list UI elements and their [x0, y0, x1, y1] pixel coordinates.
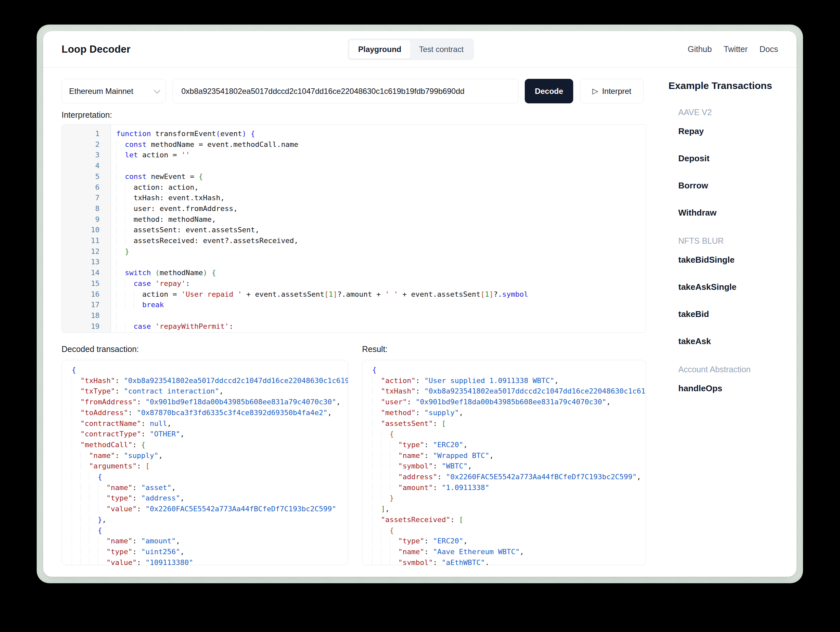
app-title: Loop Decoder	[62, 44, 131, 55]
sidebar-item-withdraw[interactable]: Withdraw	[678, 208, 793, 218]
line-number: 6	[62, 182, 111, 193]
code-line: "assetsReceived": [	[372, 515, 646, 525]
code-line: "methodCall": {	[72, 440, 348, 451]
mode-toggle: PlaygroundTest contract	[347, 39, 474, 60]
code-line: ],	[372, 504, 646, 515]
code-line: "method": "supply",	[372, 408, 646, 418]
code-line: assetsSent: event.assetsSent,	[116, 225, 646, 235]
line-number: 11	[62, 235, 111, 246]
code-line: switch (methodName) {	[116, 268, 646, 278]
code-line: },	[72, 515, 348, 525]
code-line: "action": "User supplied 1.0911338 WBTC"…	[372, 375, 646, 386]
page-background-frame: Loop Decoder PlaygroundTest contract Git…	[37, 25, 803, 583]
code-line: user: event.fromAddress,	[116, 203, 646, 214]
code-line: "assetsSent": [	[372, 418, 646, 429]
sidebar-group-label: Account Abstraction	[678, 365, 793, 374]
code-line: "type": "ERC20",	[372, 440, 646, 451]
code-line: break	[116, 299, 646, 310]
play-icon: ▷	[592, 87, 598, 96]
code-line: "amount": "1.0911338"	[372, 482, 646, 493]
code-line: case 'repay':	[116, 278, 646, 289]
line-number: 10	[62, 225, 111, 235]
header-link-github[interactable]: Github	[688, 44, 712, 54]
transaction-hash-input[interactable]	[172, 79, 518, 103]
code-line: "contractType": "OTHER",	[72, 429, 348, 440]
code-line: {	[72, 365, 348, 375]
code-line	[116, 257, 646, 268]
line-number: 2	[62, 139, 111, 150]
code-line: "toAddress": "0x87870bca3f3fd6335c3f4ce8…	[72, 408, 348, 418]
line-number: 20	[62, 332, 111, 333]
interpretation-label: Interpretation:	[62, 110, 112, 120]
sidebar-item-takebidsingle[interactable]: takeBidSingle	[678, 255, 793, 265]
code-line: action = 'User repaid with permit ' + ev…	[116, 332, 646, 333]
editor-code: function transformEvent(event) { const m…	[111, 125, 646, 333]
code-line: "txType": "contract interaction",	[72, 386, 348, 397]
code-line: "type": "address",	[72, 493, 348, 504]
code-line: "name": "supply",	[72, 451, 348, 461]
chevron-down-icon	[154, 87, 160, 93]
decoded-transaction-panel[interactable]: { "txHash": "0xb8a923541802ea5017ddccd2c…	[62, 360, 348, 565]
line-number: 5	[62, 172, 111, 182]
header-links: GithubTwitterDocs	[688, 44, 778, 54]
line-number: 13	[62, 257, 111, 268]
tab-playground[interactable]: Playground	[349, 40, 410, 58]
code-line: "user": "0x901bd9ef18da00b43985b608ee831…	[372, 397, 646, 408]
network-select[interactable]: Ethereum Mainnet	[62, 79, 166, 103]
result-label: Result:	[362, 344, 388, 354]
line-number: 4	[62, 161, 111, 172]
interpretation-code-editor[interactable]: 1234567891011121314151617181920 function…	[62, 124, 646, 333]
decoded-transaction-label: Decoded transaction:	[62, 344, 139, 354]
line-number: 7	[62, 193, 111, 203]
sidebar-item-takeasksingle[interactable]: takeAskSingle	[678, 282, 793, 292]
tab-test-contract[interactable]: Test contract	[410, 40, 472, 58]
line-number: 1	[62, 129, 111, 139]
code-line: let action = ''	[116, 150, 646, 161]
code-line: "symbol": "WBTC",	[372, 461, 646, 472]
code-line: case 'repayWithPermit':	[116, 321, 646, 332]
code-line: "name": "amount",	[72, 536, 348, 547]
line-number: 12	[62, 246, 111, 257]
code-line: "txHash": "0xb8a923541802ea5017ddccd2c10…	[372, 386, 646, 397]
line-number: 3	[62, 150, 111, 161]
line-number: 16	[62, 289, 111, 300]
code-line: "value": "0x2260FAC5E5542a773Aa44fBCfeDf…	[72, 504, 348, 515]
code-line: "name": "Aave Ethereum WBTC",	[372, 547, 646, 558]
sidebar-group-label: AAVE V2	[678, 108, 793, 117]
code-line: }	[116, 246, 646, 257]
line-number: 17	[62, 299, 111, 310]
decode-button[interactable]: Decode	[525, 79, 573, 103]
line-number: 8	[62, 203, 111, 214]
code-line: "txHash": "0xb8a923541802ea5017ddccd2c10…	[72, 375, 348, 386]
code-line: action = 'User repaid ' + event.assetsSe…	[116, 289, 646, 300]
code-line: function transformEvent(event) {	[116, 129, 646, 139]
example-transactions-sidebar: Example Transactions AAVE V2RepayDeposit…	[668, 80, 793, 394]
sidebar-item-borrow[interactable]: Borrow	[678, 181, 793, 191]
header-link-docs[interactable]: Docs	[759, 44, 778, 54]
code-line	[116, 161, 646, 172]
interpret-button-label: Interpret	[602, 87, 631, 96]
code-line: "arguments": [	[72, 461, 348, 472]
line-number: 19	[62, 321, 111, 332]
code-line: }	[372, 493, 646, 504]
code-line: action: action,	[116, 182, 646, 193]
code-line: "type": "uint256",	[72, 547, 348, 558]
sidebar-item-handleops[interactable]: handleOps	[678, 383, 793, 394]
sidebar-item-deposit[interactable]: Deposit	[678, 153, 793, 164]
sidebar-item-takeask[interactable]: takeAsk	[678, 336, 793, 347]
code-line: assetsReceived: event?.assetsReceived,	[116, 235, 646, 246]
app-card: Loop Decoder PlaygroundTest contract Git…	[43, 31, 796, 577]
code-line: txHash: event.txHash,	[116, 193, 646, 203]
sidebar-item-repay[interactable]: Repay	[678, 126, 793, 136]
sidebar-group-label: NFTS BLUR	[678, 236, 793, 246]
code-line: "address": "0x2260FAC5E5542a773Aa44fBCfe…	[372, 472, 646, 482]
code-line: method: methodName,	[116, 214, 646, 225]
sidebar-item-takebid[interactable]: takeBid	[678, 309, 793, 319]
code-line: const methodName = event.methodCall.name	[116, 139, 646, 150]
line-number: 18	[62, 310, 111, 321]
interpret-button[interactable]: ▷ Interpret	[580, 79, 644, 103]
header-link-twitter[interactable]: Twitter	[723, 44, 748, 54]
code-line: const newEvent = {	[116, 172, 646, 182]
result-panel[interactable]: { "action": "User supplied 1.0911338 WBT…	[362, 360, 646, 565]
code-line: "symbol": "aEthWBTC",	[372, 558, 646, 565]
